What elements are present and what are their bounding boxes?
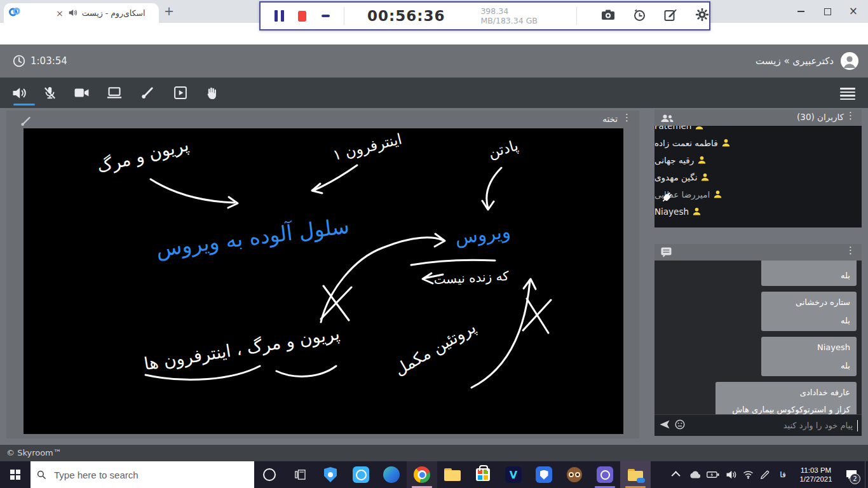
taskbar-app-edge[interactable]	[376, 461, 407, 488]
taskbar-app-recorder[interactable]	[590, 461, 620, 488]
users-header: ⋮ کاربران (30)	[654, 109, 862, 126]
send-icon[interactable]	[660, 419, 670, 431]
tab-close-icon[interactable]: ×	[56, 9, 64, 18]
window-close-button[interactable]: ×	[849, 6, 858, 17]
user-row[interactable]: Fatemeh	[654, 126, 862, 134]
tray-pen[interactable]	[756, 461, 773, 488]
media-player-button[interactable]	[166, 78, 194, 108]
taskbar-app-file-explorer[interactable]	[437, 461, 468, 488]
user-row[interactable]: نگین مهدوی	[654, 168, 862, 186]
task-view-button[interactable]	[285, 461, 315, 488]
chat-header: ⋮	[654, 244, 862, 261]
taskbar-search-input[interactable]	[53, 469, 248, 481]
chat-messages[interactable]: بله ستاره درخشانی بله Niayesh بله عارفه …	[654, 261, 862, 419]
stroke-arrow	[315, 165, 357, 190]
users-list[interactable]: Fatemeh فاطمه نعمت زاده رقیه جهانی نگین …	[654, 126, 862, 227]
stroke-arrowhead	[435, 234, 445, 247]
whiteboard-canvas[interactable]: پریون و مرگ اینترفرون ۱ پادتن سلول آلوده…	[24, 128, 623, 434]
window-restore-button[interactable]	[824, 8, 831, 15]
tab-title: اسکای‌روم - زیست	[82, 8, 146, 18]
chat-input[interactable]	[685, 421, 857, 430]
skyroom-footer: © Skyroom™	[0, 445, 868, 461]
tray-battery[interactable]	[704, 461, 722, 488]
taskbar-app-v[interactable]: V	[498, 461, 529, 488]
microphone-muted-button[interactable]	[36, 78, 64, 108]
new-tab-button[interactable]: +	[164, 4, 174, 18]
recorder-minimize-icon[interactable]	[322, 15, 330, 17]
taskbar-app-folder-onedrive[interactable]	[620, 461, 651, 488]
chat-message: Niayesh بله	[761, 337, 857, 376]
start-button[interactable]	[0, 461, 31, 488]
whiteboard-pen-icon[interactable]	[20, 116, 32, 130]
stroke-line	[411, 260, 495, 265]
tray-onedrive[interactable]	[686, 461, 704, 488]
message-text: بله	[768, 269, 850, 281]
window-minimize-button[interactable]	[797, 11, 804, 12]
tray-show-hidden-icons[interactable]	[668, 461, 685, 488]
taskbar-app-shareit[interactable]	[346, 461, 376, 488]
settings-gear-icon[interactable]	[695, 8, 709, 24]
screenshot-camera-icon[interactable]	[601, 9, 615, 23]
user-name: Niayesh	[654, 207, 689, 217]
tray-clock[interactable]: 11:03 PM1/27/2021	[793, 461, 839, 488]
show-desktop-strip[interactable]	[865, 461, 868, 488]
taskbar-app-hotspot-shield[interactable]	[315, 461, 346, 488]
whiteboard-panel: تخته ⋮	[6, 111, 639, 438]
stroke-x	[321, 287, 351, 319]
camera-button[interactable]	[67, 78, 95, 108]
storage-usage: 398.34 MB/183.34 GB	[480, 6, 546, 25]
pause-icon[interactable]	[275, 10, 284, 22]
user-person-icon	[698, 156, 706, 164]
language-indicator: فا	[780, 470, 785, 479]
elapsed-time: 1:03:54	[31, 55, 67, 67]
user-person-icon	[695, 126, 703, 130]
user-row[interactable]: Niayesh	[654, 203, 862, 220]
notification-badge: 2	[850, 473, 860, 484]
schedule-clock-icon[interactable]	[633, 8, 646, 24]
whiteboard-menu-icon[interactable]: ⋮	[622, 114, 632, 123]
stroke-arrow	[471, 281, 530, 388]
taskbar-search[interactable]	[31, 461, 254, 488]
tray-wifi[interactable]	[740, 461, 756, 488]
taskbar-app-vpn[interactable]	[529, 461, 559, 488]
user-row[interactable]: رقیه جهانی	[654, 151, 862, 168]
screen-share-button[interactable]	[100, 78, 128, 108]
search-icon	[37, 470, 46, 480]
hotspot-shield-icon	[324, 467, 337, 482]
message-sender: عارفه خدادادی	[722, 386, 850, 398]
folder-onedrive-icon	[628, 469, 643, 481]
taskbar-app-chrome[interactable]	[407, 461, 437, 488]
ink-text-prion-interferons: پریون و مرگ ، اینترفرون ها	[142, 323, 341, 374]
user-row[interactable]: امیررضا عطایی	[654, 186, 862, 203]
user-person-icon	[701, 173, 709, 181]
message-sender: Niayesh	[768, 341, 850, 353]
ink-text-not-alive: که زنده نیست	[433, 268, 510, 287]
tray-volume[interactable]	[722, 461, 740, 488]
taskbar-app-ms-store[interactable]	[468, 461, 498, 488]
users-menu-icon[interactable]: ⋮	[846, 112, 855, 121]
tray-language[interactable]: فا	[773, 461, 793, 488]
taskbar: V فا	[0, 461, 868, 488]
room-title: دکترعبیری » زیست	[756, 55, 834, 67]
active-tool-indicator	[13, 104, 35, 105]
chat-menu-icon[interactable]: ⋮	[846, 247, 855, 255]
tab-audio-icon[interactable]	[69, 7, 77, 19]
user-name: نگین مهدوی	[654, 172, 697, 182]
skyroom-toolbar	[0, 78, 868, 108]
ms-store-icon	[476, 468, 490, 481]
raise-hand-button[interactable]	[197, 78, 225, 108]
cortana-button[interactable]	[254, 461, 285, 488]
brush-button[interactable]	[133, 78, 161, 108]
ink-text-prion-death: پریون و مرگ	[95, 135, 191, 177]
menu-hamburger-icon[interactable]	[840, 86, 855, 102]
taskbar-app-owl[interactable]	[559, 461, 590, 488]
stop-icon[interactable]	[298, 11, 306, 22]
owl-icon	[567, 467, 582, 482]
speaker-button[interactable]	[5, 78, 33, 108]
edit-icon[interactable]	[664, 8, 677, 24]
recording-timer: 00:56:36	[367, 8, 445, 24]
action-center-button[interactable]: 2	[839, 461, 864, 488]
browser-tab[interactable]: × اسکای‌روم - زیست	[4, 3, 159, 23]
user-row[interactable]: فاطمه نعمت زاده	[654, 134, 862, 151]
emoji-icon[interactable]	[675, 419, 685, 432]
